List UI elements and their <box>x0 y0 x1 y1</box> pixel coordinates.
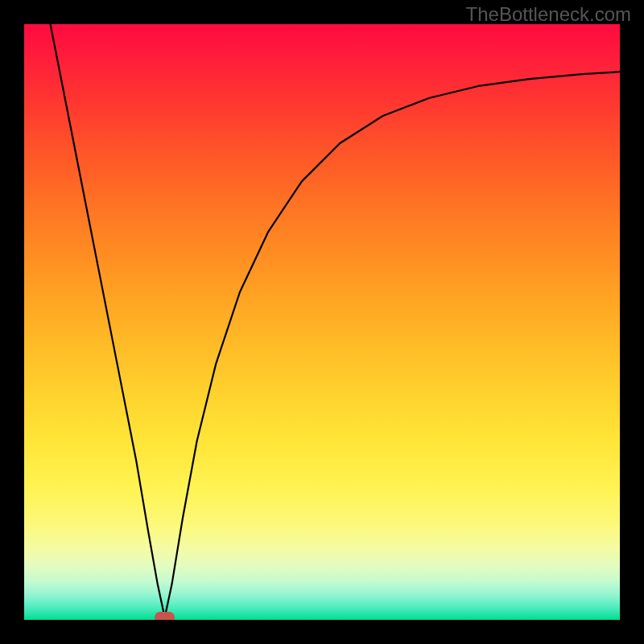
curve-right-branch <box>165 72 620 617</box>
watermark-text: TheBottleneck.com <box>466 3 631 26</box>
curve-left-branch <box>51 24 165 617</box>
curve-lines <box>24 24 620 620</box>
chart-container: TheBottleneck.com <box>0 0 644 644</box>
minimum-marker <box>155 612 175 620</box>
plot-area <box>24 24 620 620</box>
